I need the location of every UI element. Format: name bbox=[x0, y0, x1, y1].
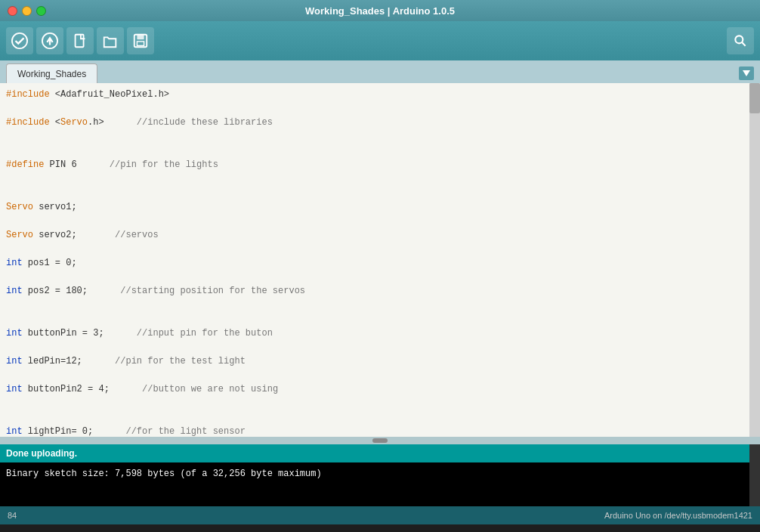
code-tab[interactable]: Working_Shades bbox=[6, 63, 97, 83]
console-scrollbar[interactable] bbox=[749, 444, 760, 506]
console-output: Binary sketch size: 7,598 bytes (of a 32… bbox=[0, 462, 760, 485]
line-number: 84 bbox=[8, 511, 17, 520]
console-area: Done uploading. Binary sketch size: 7,59… bbox=[0, 444, 760, 506]
tab-label: Working_Shades bbox=[17, 69, 86, 79]
new-button[interactable] bbox=[66, 27, 94, 54]
svg-rect-6 bbox=[137, 42, 144, 45]
divider-handle bbox=[372, 438, 388, 443]
close-button[interactable] bbox=[8, 6, 17, 16]
upload-button[interactable] bbox=[36, 27, 63, 54]
window-title: Working_Shades | Arduino 1.0.5 bbox=[305, 5, 455, 17]
verify-button[interactable] bbox=[6, 27, 33, 54]
svg-rect-5 bbox=[137, 35, 144, 39]
svg-line-8 bbox=[742, 42, 746, 46]
open-button[interactable] bbox=[97, 27, 124, 54]
tab-dropdown-button[interactable] bbox=[739, 66, 754, 80]
code-text[interactable]: #include <Adafruit_NeoPixel.h> #include … bbox=[0, 83, 749, 437]
status-bar: 84 Arduino Uno on /dev/tty.usbmodem1421 bbox=[0, 506, 760, 524]
minimize-button[interactable] bbox=[22, 6, 32, 16]
window-controls bbox=[8, 6, 46, 16]
svg-point-0 bbox=[12, 33, 27, 48]
code-scrollbar[interactable] bbox=[749, 83, 760, 437]
console-status: Done uploading. bbox=[6, 448, 77, 459]
pane-divider[interactable] bbox=[0, 437, 760, 444]
toolbar bbox=[0, 21, 760, 60]
svg-marker-9 bbox=[743, 70, 750, 76]
svg-point-7 bbox=[735, 36, 743, 43]
svg-rect-3 bbox=[76, 35, 84, 48]
title-bar: Working_Shades | Arduino 1.0.5 bbox=[0, 0, 760, 21]
console-header: Done uploading. bbox=[0, 444, 760, 462]
save-button[interactable] bbox=[127, 27, 154, 54]
board-info: Arduino Uno on /dev/tty.usbmodem1421 bbox=[604, 511, 752, 520]
search-button[interactable] bbox=[727, 27, 754, 54]
code-editor[interactable]: #include <Adafruit_NeoPixel.h> #include … bbox=[0, 83, 760, 437]
scrollbar-thumb[interactable] bbox=[749, 83, 760, 113]
tab-bar: Working_Shades bbox=[0, 60, 760, 83]
maximize-button[interactable] bbox=[36, 6, 46, 16]
